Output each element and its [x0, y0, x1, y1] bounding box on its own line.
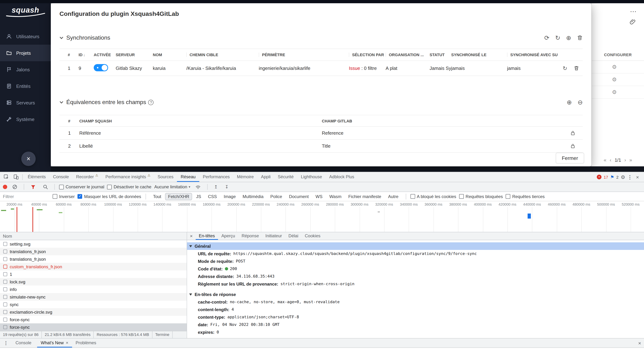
filter-type-pill[interactable]: Wasm [326, 193, 344, 200]
network-request-row[interactable]: force-sync [0, 316, 187, 323]
timeline-grid[interactable]: 20000 ms40000 ms60000 ms80000 ms100000 m… [0, 201, 644, 232]
details-tab[interactable]: Cookies [302, 232, 324, 240]
devtools-tab[interactable]: Mémoire [233, 172, 257, 182]
network-request-row[interactable]: custom_translations_fr.json [0, 263, 187, 270]
third-party-checkbox[interactable]: Requêtes tierces [506, 194, 545, 199]
devtools-tab[interactable]: Performances [199, 172, 233, 182]
filter-type-pill[interactable]: Tout [150, 193, 164, 200]
close-devtools-icon[interactable]: × [635, 174, 640, 180]
filter-type-pill[interactable]: Image [221, 193, 239, 200]
drawer-tab[interactable]: Console [12, 339, 37, 348]
prev-page-icon[interactable]: ‹ [610, 157, 612, 163]
network-request-row[interactable]: 1 [0, 270, 187, 278]
col-id[interactable]: ID↓ [78, 52, 94, 57]
network-request-row[interactable]: setting.svg [0, 240, 187, 248]
checkbox[interactable] [410, 194, 415, 199]
sidebar-item-jalons[interactable]: Jalons [0, 61, 51, 78]
sync-enabled-toggle[interactable] [94, 64, 108, 71]
general-section-header[interactable]: Général [187, 242, 644, 250]
devtools-tab[interactable]: Sources [154, 172, 177, 182]
sync-table-row[interactable]: 1 9 Gitlab Skazy karuia /Karuia - Sikarl… [60, 61, 583, 76]
inspect-element-icon[interactable] [2, 174, 11, 180]
blocked-requests-checkbox[interactable]: Requêtes bloquées [459, 194, 503, 199]
configure-row[interactable]: ⚙ [592, 86, 644, 99]
gear-icon[interactable]: ⚙ [612, 89, 617, 95]
filter-type-pill[interactable]: Police [268, 193, 285, 200]
device-toolbar-icon[interactable] [11, 174, 21, 180]
drawer-tab[interactable]: What's New × [37, 339, 72, 348]
network-overview-timeline[interactable]: 20000 ms40000 ms60000 ms80000 ms100000 m… [0, 201, 644, 232]
network-request-row[interactable]: info [0, 286, 187, 293]
network-conditions-icon[interactable] [193, 184, 203, 189]
sidebar-item-projets[interactable]: Projets [0, 45, 51, 61]
network-request-row[interactable]: sync [0, 301, 187, 308]
devtools-tab[interactable]: Éléments [24, 172, 49, 182]
first-page-icon[interactable]: « [604, 157, 606, 163]
next-page-icon[interactable]: › [624, 157, 626, 163]
chevron-down-icon[interactable] [60, 35, 63, 39]
error-badge-icon[interactable]: × [597, 175, 602, 179]
details-tab[interactable]: En-têtes [196, 232, 218, 240]
filter-type-pill[interactable]: CSS [205, 193, 220, 200]
sync-icon[interactable]: ↻ [563, 65, 567, 71]
filter-input[interactable] [3, 194, 50, 199]
invert-checkbox[interactable]: Inverser [52, 194, 75, 199]
last-page-icon[interactable]: » [629, 157, 632, 163]
sidebar-item-entites[interactable]: Entités [0, 78, 51, 94]
drawer-menu-icon[interactable]: ⋮ [0, 340, 12, 346]
delete-icon[interactable] [574, 65, 579, 71]
sidebar-item-utilisateurs[interactable]: Utilisateurs [0, 28, 51, 45]
checkbox[interactable] [52, 194, 57, 199]
close-dialog-button[interactable]: Fermer [556, 153, 584, 163]
equiv-table-row[interactable]: 2 Libellé Title [60, 140, 583, 153]
network-request-row[interactable]: exclamation-circle.svg [0, 308, 187, 316]
issues-flag-icon[interactable]: ⚑ [610, 174, 614, 180]
remove-circle-icon[interactable]: ⊖ [578, 99, 583, 105]
filter-type-pill[interactable]: Fetch/XHR [165, 193, 192, 200]
devtools-tab[interactable]: Réseau [177, 172, 199, 182]
search-icon[interactable] [41, 184, 50, 189]
details-tab[interactable]: Délai [285, 232, 302, 240]
question-circle-icon[interactable] [148, 100, 154, 105]
close-workspace-button[interactable]: × [21, 152, 36, 166]
devtools-tab[interactable]: Adblock Plus [326, 172, 358, 182]
chevron-down-icon[interactable] [60, 100, 63, 103]
reload-icon[interactable]: ⟳ [544, 35, 550, 41]
export-har-icon[interactable]: ↧ [223, 184, 231, 189]
network-request-row[interactable]: lock.svg [0, 278, 187, 286]
hide-data-urls-checkbox[interactable]: Masquer les URL de données [78, 194, 141, 199]
add-icon[interactable]: ⊕ [566, 35, 572, 41]
details-tab[interactable]: Initiateur [262, 232, 285, 240]
record-icon[interactable] [3, 185, 7, 189]
filter-type-pill[interactable]: Multimédia [240, 193, 266, 200]
sidebar-item-systeme[interactable]: Système [0, 111, 51, 127]
network-request-row[interactable]: simulate-new-sync [0, 293, 187, 301]
add-circle-icon[interactable]: ⊕ [567, 99, 572, 105]
devtools-tab[interactable]: Recorder [72, 172, 102, 182]
filter-type-pill[interactable]: WS [313, 193, 326, 200]
filter-funnel-icon[interactable] [28, 185, 38, 189]
equiv-table-row[interactable]: 1 Référence Reference [60, 127, 583, 140]
response-headers-section-header[interactable]: En-têtes de réponse [187, 291, 644, 298]
clear-icon[interactable] [10, 184, 20, 189]
configure-row[interactable]: ⚙ [592, 73, 644, 86]
details-tab[interactable]: Aperçu [218, 232, 238, 240]
import-har-icon[interactable]: ↥ [212, 184, 220, 189]
devtools-tab[interactable]: Performance insights [102, 172, 154, 182]
filter-type-pill[interactable]: Fichier manifeste [346, 193, 384, 200]
error-count[interactable]: 17 [604, 175, 608, 179]
drawer-tab[interactable]: Problèmes [72, 339, 102, 348]
checkbox-checked[interactable] [78, 194, 82, 199]
issues-count[interactable]: 2 [616, 175, 618, 179]
details-tab[interactable]: Réponse [238, 232, 262, 240]
devtools-tab[interactable]: Sécurité [274, 172, 297, 182]
kebab-menu-icon[interactable]: ⋮ [628, 174, 632, 180]
preserve-log-checkbox[interactable]: Conserver le journal [59, 184, 104, 189]
delete-icon[interactable] [577, 35, 583, 41]
close-tab-icon[interactable]: × [66, 340, 68, 345]
requests-column-header[interactable]: Nom [0, 232, 187, 240]
devtools-tab[interactable]: Appli [257, 172, 274, 182]
checkbox[interactable] [59, 185, 64, 189]
network-request-row[interactable]: translations_fr.json [0, 255, 187, 263]
devtools-tab[interactable]: Lighthouse [297, 172, 326, 182]
